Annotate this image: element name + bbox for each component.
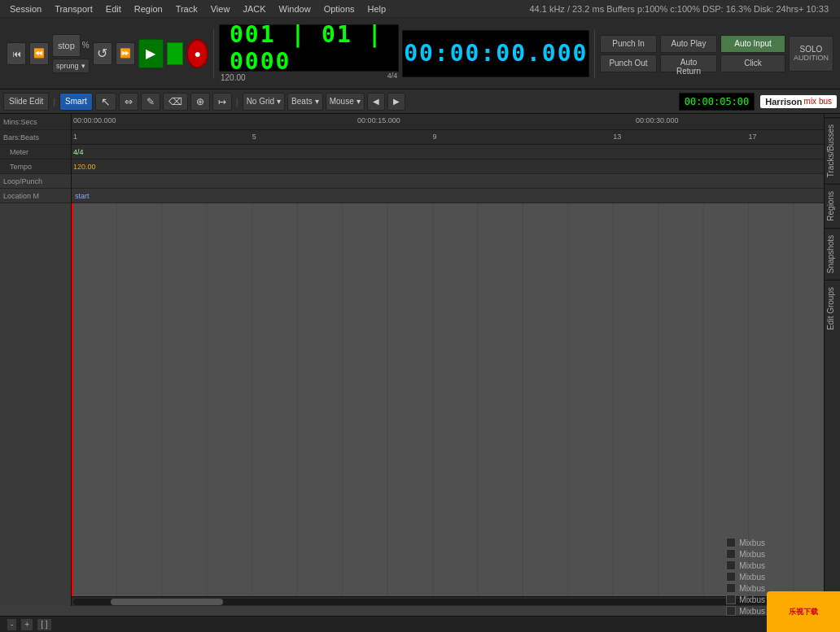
- track-labels: Mins:Secs Bars:Beats Meter Tempo Loop/Pu…: [0, 114, 72, 606]
- mixbus-list: Mixbus Mixbus Mixbus Mixbus Mixbus Mixbu…: [726, 538, 765, 616]
- rewind-button[interactable]: ⏪: [29, 42, 49, 65]
- timefx-tool-button[interactable]: ↦: [212, 93, 232, 111]
- mixbus-label-3: Mixbus: [739, 561, 765, 570]
- record-button[interactable]: ●: [186, 39, 208, 68]
- mixbus-item-1: Mixbus: [726, 538, 765, 547]
- cursor-tool-button[interactable]: ↖: [95, 93, 116, 111]
- zoom-in-button[interactable]: +: [20, 618, 33, 631]
- audition-label: AUDITION: [794, 54, 829, 62]
- tempo-label: Tempo: [0, 159, 71, 174]
- smart-button[interactable]: Smart: [59, 93, 93, 111]
- auto-play-button[interactable]: Auto Play: [660, 35, 717, 53]
- time-signature-display: 4/4: [387, 72, 398, 82]
- sidebar-tab-tracks[interactable]: Tracks/Busses: [825, 117, 840, 184]
- track-canvas[interactable]: [72, 203, 824, 596]
- menu-edit[interactable]: Edit: [99, 2, 128, 15]
- loop-mode-dropdown[interactable]: sprung ▾: [52, 59, 90, 73]
- menu-region[interactable]: Region: [128, 2, 169, 15]
- beats-dropdown[interactable]: Beats ▾: [287, 93, 323, 111]
- mixbus-checkbox-7[interactable]: [726, 606, 736, 616]
- mixbus-item-4: Mixbus: [726, 572, 765, 582]
- slide-edit-button[interactable]: Slide Edit: [3, 93, 49, 111]
- bar-5: 5: [252, 133, 256, 141]
- mixbus-label-1: Mixbus: [739, 538, 765, 547]
- click-button[interactable]: Click: [720, 54, 785, 72]
- menu-track[interactable]: Track: [169, 2, 204, 15]
- menu-transport[interactable]: Transport: [48, 2, 99, 15]
- menu-window[interactable]: Window: [273, 2, 317, 15]
- main-area: Mins:Secs Bars:Beats Meter Tempo Loop/Pu…: [0, 114, 840, 606]
- erase-tool-button[interactable]: ⌫: [163, 93, 188, 111]
- punch-in-button[interactable]: Punch In: [600, 35, 657, 53]
- fast-forward-button[interactable]: ⏩: [116, 42, 135, 65]
- auto-return-button[interactable]: Auto Return: [660, 54, 717, 72]
- menu-help[interactable]: Help: [361, 2, 393, 15]
- bar-1: 1: [73, 133, 77, 141]
- scroll-track[interactable]: [73, 599, 822, 605]
- tick-0-00: 00:00:00.000: [73, 116, 116, 124]
- stop-button[interactable]: stop: [52, 34, 81, 57]
- track-labels-empty: [0, 203, 71, 606]
- menu-session[interactable]: Session: [3, 2, 48, 15]
- bar-9: 9: [433, 133, 437, 141]
- loop-button[interactable]: ↺: [93, 42, 112, 65]
- mixbus-item-6: Mixbus: [726, 595, 765, 604]
- mixbus-checkbox-2[interactable]: [726, 549, 736, 559]
- bars-beats-ruler: 1 5 9 13 17: [72, 130, 824, 145]
- status-info: 44.1 kHz / 23.2 ms Buffers p:100% c:100%…: [529, 4, 829, 14]
- mixbus-item-7: Mixbus: [726, 606, 765, 616]
- grid-lines: [72, 203, 824, 596]
- meter-label: Meter: [0, 145, 71, 159]
- right-sidebar: Tracks/Busses Regions Snapshots Edit Gro…: [824, 114, 840, 606]
- sidebar-tab-snapshots[interactable]: Snapshots: [825, 228, 840, 280]
- bar-17: 17: [749, 133, 757, 141]
- play-button[interactable]: ▶: [138, 39, 164, 68]
- watermark: 乐视下载: [767, 591, 840, 632]
- menu-view[interactable]: View: [204, 2, 237, 15]
- mixbus-checkbox-5[interactable]: [726, 583, 736, 593]
- bar-beat-display: 001 | 01 | 0000: [219, 24, 399, 72]
- grid-dropdown[interactable]: No Grid ▾: [243, 93, 285, 111]
- loop-mode-value: sprung: [56, 62, 79, 70]
- bpm-display: 120.00: [221, 73, 246, 82]
- scroll-thumb[interactable]: [111, 599, 223, 605]
- mixbus-label-4: Mixbus: [739, 573, 765, 582]
- playhead: [72, 203, 73, 596]
- mixbus-label-6: Mixbus: [739, 595, 765, 604]
- next-marker-button[interactable]: ▶: [387, 93, 405, 111]
- menu-jack[interactable]: JACK: [236, 2, 272, 15]
- mixbus-checkbox-3[interactable]: [726, 560, 736, 570]
- grid-value: No Grid: [247, 97, 274, 106]
- range-tool-button[interactable]: ⇔: [119, 93, 138, 111]
- draw-tool-button[interactable]: ✎: [141, 93, 160, 111]
- punch-out-button[interactable]: Punch Out: [600, 54, 657, 72]
- zoom-tool-button[interactable]: ⊕: [190, 93, 210, 111]
- sidebar-tab-regions[interactable]: Regions: [825, 184, 840, 228]
- mixbus-label-7: Mixbus: [739, 607, 765, 616]
- mixbus-checkbox-4[interactable]: [726, 572, 736, 582]
- active-indicator: [167, 42, 184, 65]
- mixbus-item-5: Mixbus: [726, 583, 765, 593]
- menu-bar: Session Transport Edit Region Track View…: [0, 0, 840, 18]
- mixbus-item-3: Mixbus: [726, 560, 765, 570]
- mixbus-checkbox-6[interactable]: [726, 595, 736, 604]
- menu-options[interactable]: Options: [317, 2, 361, 15]
- auto-input-button[interactable]: Auto Input: [720, 35, 785, 53]
- mixbus-label-2: Mixbus: [739, 550, 765, 559]
- stop-pct: %: [82, 41, 90, 50]
- beats-value: Beats: [291, 97, 313, 106]
- zoom-full-button[interactable]: [ ]: [37, 618, 51, 631]
- zoom-out-button[interactable]: -: [7, 618, 17, 631]
- solo-audition-button[interactable]: SOLO AUDITION: [789, 36, 833, 72]
- loop-punch-label: Loop/Punch: [0, 174, 71, 189]
- meter-ruler: 4/4: [72, 145, 824, 159]
- rewind-to-start-button[interactable]: ⏮: [7, 42, 26, 65]
- grid-chevron: ▾: [277, 97, 281, 106]
- edit-toolbar: Slide Edit | Smart ↖ ⇔ ✎ ⌫ ⊕ ↦ | No Grid…: [0, 89, 840, 114]
- prev-marker-button[interactable]: ◀: [367, 93, 385, 111]
- sidebar-tab-edit-groups[interactable]: Edit Groups: [825, 280, 840, 337]
- scroll-bar[interactable]: [72, 596, 824, 606]
- location-start: start: [73, 192, 90, 200]
- mouse-dropdown[interactable]: Mouse ▾: [326, 93, 365, 111]
- mixbus-checkbox-1[interactable]: [726, 538, 736, 547]
